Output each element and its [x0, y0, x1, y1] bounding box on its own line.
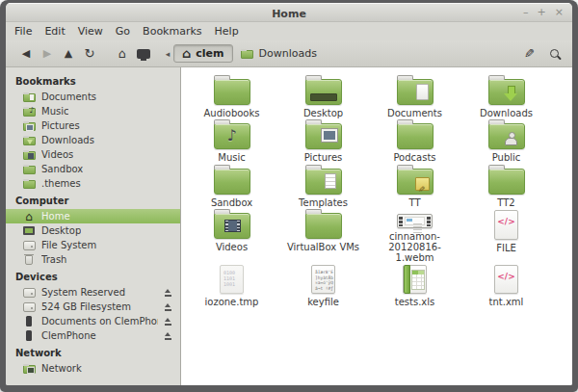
computer-button[interactable]: [133, 47, 154, 60]
sidebar-item-label: Downloads: [41, 135, 94, 145]
sidebar-item-label: Documents: [41, 91, 96, 102]
phone-icon: [26, 316, 32, 327]
menu-edit[interactable]: Edit: [44, 25, 65, 38]
file-view[interactable]: Audiobooks Desktop Documents Downloads ♪…: [181, 67, 572, 385]
folder-downloads-icon: [23, 137, 36, 145]
sidebar-item-documents[interactable]: Documents: [6, 90, 180, 104]
edit-location-button[interactable]: ✎: [524, 46, 535, 61]
icon-wrap: [22, 315, 36, 327]
file-label: Music: [218, 152, 245, 163]
icon-wrap: [22, 301, 36, 313]
window-frame: Home – + × File Edit View Go Bookmarks H…: [6, 3, 572, 385]
close-button[interactable]: ×: [555, 3, 564, 22]
tmp-file-icon: 0100 1101 1001: [220, 265, 244, 294]
trash-icon: [25, 255, 33, 265]
file-audiobooks[interactable]: Audiobooks: [186, 74, 277, 118]
sidebar-item-label: ClemPhone: [41, 330, 96, 341]
sidebar-item-label: Pictures: [41, 120, 80, 131]
sidebar: Bookmarks Documents Music Pictures Downl…: [6, 67, 181, 385]
breadcrumb-downloads[interactable]: Downloads: [233, 45, 325, 62]
file-sandbox[interactable]: Sandbox: [186, 164, 277, 208]
file-music[interactable]: ♪ Music: [186, 118, 277, 164]
folder-icon: [397, 123, 434, 149]
menu-bookmarks[interactable]: Bookmarks: [143, 25, 201, 38]
sidebar-item-pictures[interactable]: Pictures: [6, 118, 180, 133]
note-emblem-icon: ✎: [415, 177, 430, 191]
window-title: Home: [272, 8, 306, 20]
breadcrumb-scroll-left-button[interactable]: ◂: [162, 49, 173, 59]
file-tests-xls[interactable]: tests.xls: [369, 263, 460, 307]
file-templates[interactable]: Templates: [277, 164, 369, 208]
menu-go[interactable]: Go: [116, 25, 130, 38]
drive-icon: [23, 302, 36, 312]
sidebar-item-desktop[interactable]: Desktop: [6, 223, 180, 238]
forward-button[interactable]: ▶: [37, 47, 58, 60]
folder-documents-icon: [23, 93, 36, 102]
sidebar-item-themes[interactable]: .themes: [6, 176, 180, 191]
file-podcasts[interactable]: Podcasts: [369, 118, 460, 164]
sheet-grid-icon: [411, 270, 425, 290]
video-thumbnail: [405, 217, 425, 225]
sidebar-item-downloads[interactable]: Downloads: [6, 133, 180, 147]
file-label: Desktop: [303, 108, 343, 118]
sidebar-item-videos[interactable]: Videos: [6, 147, 180, 162]
home-button[interactable]: ⌂: [112, 46, 133, 61]
sidebar-item-label: Home: [41, 211, 70, 222]
file-iozone-tmp[interactable]: 0100 1101 1001 iozone.tmp: [186, 263, 277, 307]
maximize-button[interactable]: +: [538, 3, 546, 22]
sidebar-item-network[interactable]: Network: [6, 361, 180, 376]
file-label: VirtualBox VMs: [287, 242, 359, 252]
sidebar-header-bookmarks: Bookmarks: [6, 71, 180, 90]
file-documents[interactable]: Documents: [369, 74, 460, 118]
sidebar-item-file-system[interactable]: File System: [6, 238, 180, 252]
menu-file[interactable]: File: [14, 25, 32, 38]
file-desktop[interactable]: Desktop: [277, 74, 369, 118]
file-label: tnt.xml: [489, 297, 524, 307]
minimize-button[interactable]: –: [523, 3, 529, 22]
file-tt[interactable]: ✎ TT: [369, 164, 460, 208]
icon-wrap: [22, 163, 36, 175]
icon-wrap: [22, 148, 36, 161]
file-cinnamon-webm[interactable]: cinnamon-20120816-1.webm: [369, 208, 460, 263]
sidebar-item-524gb-filesystem[interactable]: 524 GB Filesystem: [6, 300, 180, 314]
file-downloads[interactable]: Downloads: [460, 74, 552, 118]
file-tt2[interactable]: TT2: [460, 164, 552, 208]
folder-pictures-icon: [23, 122, 36, 131]
sidebar-item-clemphone[interactable]: ClemPhone: [6, 328, 180, 343]
file-keyfile[interactable]: åIær8'E ]hyàtÅb ¤a=ó'ÿQ â¬t !#ƒ keyfile: [277, 263, 369, 307]
refresh-button[interactable]: ↻: [79, 46, 100, 61]
sidebar-item-sandbox[interactable]: Sandbox: [6, 162, 180, 176]
eject-button[interactable]: [164, 318, 172, 326]
file-videos[interactable]: Videos: [186, 208, 277, 263]
sidebar-item-home[interactable]: ⌂ Home: [6, 209, 180, 223]
file-public[interactable]: Public: [460, 118, 552, 164]
pencil-icon: ✎: [418, 184, 426, 196]
sidebar-item-trash[interactable]: Trash: [6, 252, 180, 267]
menu-help[interactable]: Help: [215, 25, 239, 38]
eject-button[interactable]: [164, 303, 172, 311]
sidebar-header-network: Network: [6, 343, 180, 361]
eject-button[interactable]: [164, 332, 172, 340]
phone-icon: [26, 330, 32, 341]
menu-view[interactable]: View: [78, 25, 103, 38]
sidebar-item-documents-on-clemphone[interactable]: Documents on ClemPhone: [6, 314, 180, 328]
back-button[interactable]: ◀: [15, 47, 37, 60]
titlebar[interactable]: Home – + ×: [6, 3, 572, 22]
file-pictures[interactable]: Pictures: [277, 118, 369, 164]
eject-button[interactable]: [164, 289, 172, 297]
file-file[interactable]: </> FILE: [460, 208, 552, 263]
file-tnt-xml[interactable]: </> tnt.xml: [460, 263, 552, 307]
folder-note-icon: ✎: [397, 169, 434, 195]
sidebar-item-music[interactable]: Music: [6, 104, 180, 118]
sidebar-item-label: Desktop: [41, 225, 81, 236]
folder-icon: [214, 79, 250, 105]
sidebar-item-label: File System: [41, 240, 96, 250]
up-button[interactable]: ▲: [58, 47, 79, 60]
breadcrumb-clem[interactable]: ⌂ clem: [173, 44, 233, 63]
sidebar-item-system-reserved[interactable]: System Reserved: [6, 285, 180, 300]
file-label: Pictures: [304, 152, 343, 163]
text-file-icon: åIær8'E ]hyàtÅb ¤a=ó'ÿQ â¬t !#ƒ: [311, 265, 335, 294]
toolbar: ◀ ▶ ▲ ↻ ⌂ ◂ ⌂ clem Downloads ✎: [6, 40, 572, 67]
search-button[interactable]: [550, 49, 559, 58]
file-virtualbox-vms[interactable]: VirtualBox VMs: [277, 208, 369, 263]
